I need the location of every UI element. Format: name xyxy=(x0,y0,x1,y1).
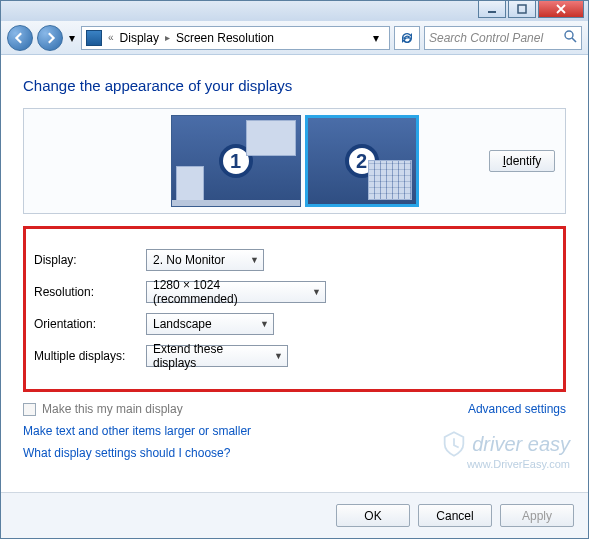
svg-point-2 xyxy=(565,31,573,39)
main-display-checkbox[interactable] xyxy=(23,403,36,416)
display-arrangement-panel[interactable]: 1 2 Identify xyxy=(23,108,566,214)
display-label: Display: xyxy=(34,253,146,267)
main-display-checkbox-label: Make this my main display xyxy=(42,402,183,416)
svg-rect-1 xyxy=(518,5,526,13)
window-frame: ▾ « Display ▸ Screen Resolution ▾ Search… xyxy=(0,0,589,539)
content-area: Change the appearance of your displays 1… xyxy=(1,55,588,492)
orientation-label: Orientation: xyxy=(34,317,146,331)
title-bar xyxy=(1,1,588,21)
chevron-down-icon: ▼ xyxy=(312,287,321,297)
nav-history-dropdown[interactable]: ▾ xyxy=(67,31,77,45)
chevron-down-icon: ▼ xyxy=(250,255,259,265)
back-button[interactable] xyxy=(7,25,33,51)
search-placeholder: Search Control Panel xyxy=(429,31,543,45)
breadcrumb-sep-icon: ▸ xyxy=(165,32,170,43)
display-dropdown[interactable]: 2. No Monitor ▼ xyxy=(146,249,264,271)
footer: OK Cancel Apply xyxy=(1,492,588,538)
orientation-dropdown[interactable]: Landscape ▼ xyxy=(146,313,274,335)
multiple-displays-value: Extend these displays xyxy=(153,342,267,370)
chevron-down-icon: ▼ xyxy=(274,351,283,361)
search-input[interactable]: Search Control Panel xyxy=(424,26,582,50)
advanced-settings-link[interactable]: Advanced settings xyxy=(468,402,566,416)
resolution-value: 1280 × 1024 (recommended) xyxy=(153,278,305,306)
search-icon xyxy=(563,29,577,46)
apply-button[interactable]: Apply xyxy=(500,504,574,527)
monitor-2-selected[interactable]: 2 xyxy=(305,115,419,207)
address-bar[interactable]: « Display ▸ Screen Resolution ▾ xyxy=(81,26,390,50)
page-title: Change the appearance of your displays xyxy=(23,77,566,94)
maximize-button[interactable] xyxy=(508,1,536,18)
settings-group-highlighted: Display: 2. No Monitor ▼ Resolution: 128… xyxy=(23,226,566,392)
svg-line-3 xyxy=(572,38,576,42)
display-value: 2. No Monitor xyxy=(153,253,225,267)
text-size-link[interactable]: Make text and other items larger or smal… xyxy=(23,424,566,438)
minimize-button[interactable] xyxy=(478,1,506,18)
monitor-1[interactable]: 1 xyxy=(171,115,301,207)
resolution-label: Resolution: xyxy=(34,285,146,299)
multiple-displays-dropdown[interactable]: Extend these displays ▼ xyxy=(146,345,288,367)
chevron-down-icon: ▼ xyxy=(260,319,269,329)
help-link[interactable]: What display settings should I choose? xyxy=(23,446,566,460)
refresh-button[interactable] xyxy=(394,26,420,50)
close-button[interactable] xyxy=(538,1,584,18)
resolution-dropdown[interactable]: 1280 × 1024 (recommended) ▼ xyxy=(146,281,326,303)
ok-button[interactable]: OK xyxy=(336,504,410,527)
breadcrumb-root: « xyxy=(108,32,114,43)
breadcrumb-screen-resolution[interactable]: Screen Resolution xyxy=(176,31,274,45)
multiple-displays-label: Multiple displays: xyxy=(34,349,146,363)
cancel-button[interactable]: Cancel xyxy=(418,504,492,527)
address-dropdown-icon[interactable]: ▾ xyxy=(367,31,385,45)
forward-button[interactable] xyxy=(37,25,63,51)
svg-rect-0 xyxy=(488,11,496,13)
control-panel-icon xyxy=(86,30,102,46)
identify-button[interactable]: Identify xyxy=(489,150,555,172)
nav-bar: ▾ « Display ▸ Screen Resolution ▾ Search… xyxy=(1,21,588,55)
breadcrumb-display[interactable]: Display xyxy=(120,31,159,45)
orientation-value: Landscape xyxy=(153,317,212,331)
